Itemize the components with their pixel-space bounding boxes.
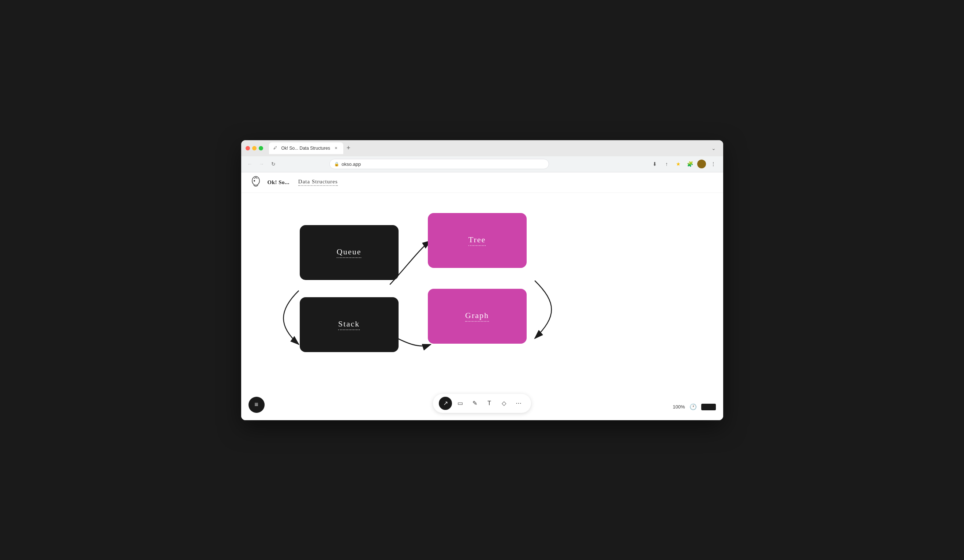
share-icon[interactable]: ↑ [661,159,672,169]
shape-icon: ▭ [458,400,463,407]
app-header: Ok! So... Data Structures [241,173,723,193]
shape-tool-button[interactable]: ▭ [453,397,467,410]
app-logo [249,175,263,190]
stack-card[interactable]: Stack [300,297,399,352]
traffic-lights [246,146,263,150]
address-bar: ← → ↻ 🔒 okso.app ⬇ ↑ ★ 🧩 ⋮ [241,156,723,173]
bookmark-icon[interactable]: ★ [673,159,683,169]
zoom-label: 100% [673,404,685,410]
stack-card-label: Stack [338,319,360,330]
history-icon: 🕐 [689,403,697,410]
svg-point-1 [254,180,255,182]
active-tab[interactable]: 🖊 Ok! So... Data Structures ✕ [269,142,343,154]
minimize-button[interactable] [252,146,257,150]
queue-card[interactable]: Queue [300,225,399,280]
queue-card-label: Queue [337,247,361,258]
tab-bar: 🖊 Ok! So... Data Structures ✕ + ⌄ [269,142,719,154]
text-icon: T [487,400,491,407]
avatar [697,160,706,168]
tree-card-label: Tree [469,235,486,246]
graph-card[interactable]: Graph [428,289,527,343]
tab-title: Ok! So... Data Structures [282,146,330,151]
title-bar: 🖊 Ok! So... Data Structures ✕ + ⌄ [241,140,723,156]
text-tool-button[interactable]: T [483,397,496,410]
bottom-right-controls: 100% 🕐 [673,402,715,412]
menu-icon: ≡ [254,401,258,409]
pen-icon: ✎ [472,400,477,407]
eraser-icon: ◇ [502,400,506,407]
profile-icon[interactable] [697,159,707,169]
url-text: okso.app [342,161,361,167]
more-options-button[interactable]: ⋯ [512,397,525,410]
canvas-area[interactable]: Queue Stack Tree Graph ≡ ↗ [241,193,723,420]
history-button[interactable]: 🕐 [688,402,698,412]
graph-card-label: Graph [465,311,489,322]
select-icon: ↗ [443,400,448,407]
tab-close-button[interactable]: ✕ [333,145,339,151]
menu-button[interactable]: ≡ [249,397,265,413]
breadcrumb-title: Data Structures [298,179,338,186]
tab-expand-button[interactable]: ⌄ [712,145,719,151]
select-tool-button[interactable]: ↗ [439,397,452,410]
tree-card[interactable]: Tree [428,213,527,268]
app-name: Ok! So... [267,179,290,186]
browser-window: 🖊 Ok! So... Data Structures ✕ + ⌄ ← → ↻ … [241,140,723,420]
url-bar[interactable]: 🔒 okso.app [329,159,549,169]
pen-tool-button[interactable]: ✎ [468,397,481,410]
bottom-toolbar: ↗ ▭ ✎ T ◇ ⋯ [433,394,531,413]
close-button[interactable] [246,146,250,150]
maximize-button[interactable] [259,146,263,150]
new-tab-button[interactable]: + [343,143,353,153]
back-button[interactable]: ← [246,160,254,168]
color-swatch[interactable] [701,404,716,410]
reload-button[interactable]: ↻ [269,160,278,168]
more-icon: ⋯ [516,400,521,407]
forward-button[interactable]: → [257,160,266,168]
menu-icon[interactable]: ⋮ [708,159,718,169]
eraser-tool-button[interactable]: ◇ [497,397,511,410]
download-icon[interactable]: ⬇ [650,159,660,169]
extensions-icon[interactable]: 🧩 [685,159,695,169]
tab-favicon: 🖊 [274,146,278,151]
lock-icon: 🔒 [334,162,339,166]
browser-toolbar-icons: ⬇ ↑ ★ 🧩 ⋮ [650,159,718,169]
